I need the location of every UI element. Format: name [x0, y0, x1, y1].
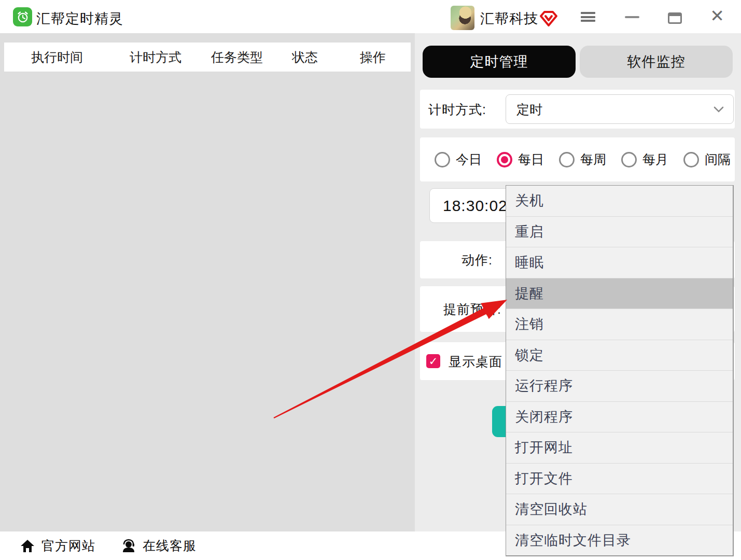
radio-monthly[interactable]: 每月: [621, 137, 668, 181]
alarm-clock-icon: [16, 10, 30, 24]
menu-button[interactable]: [581, 12, 595, 22]
brand-name: 汇帮科技: [480, 9, 538, 28]
table-header-row: 执行时间 计时方式 任务类型 状态 操作: [4, 43, 411, 72]
show-desktop-checkbox[interactable]: ✓: [426, 354, 440, 368]
dropdown-item-clear-temp-files[interactable]: 清空临时文件目录: [506, 525, 733, 556]
dropdown-item-shutdown[interactable]: 关机: [506, 186, 733, 216]
dropdown-item-open-file[interactable]: 打开文件: [506, 463, 733, 494]
radio-interval[interactable]: 间隔: [683, 137, 731, 181]
dropdown-item-lock[interactable]: 锁定: [506, 340, 733, 371]
close-button[interactable]: ✕: [708, 7, 726, 25]
dropdown-item-restart[interactable]: 重启: [506, 216, 733, 247]
radio-circle-icon: [559, 152, 575, 167]
show-desktop-label: 显示桌面: [449, 353, 502, 370]
maximize-button[interactable]: [668, 12, 682, 24]
radio-circle-icon: [683, 152, 699, 167]
avatar[interactable]: [451, 6, 474, 30]
radio-circle-icon: [621, 152, 637, 167]
column-header-exec-time: 执行时间: [31, 49, 83, 66]
timing-method-select[interactable]: 定时: [506, 94, 734, 124]
dropdown-item-run-program[interactable]: 运行程序: [506, 370, 733, 401]
column-header-timing-method: 计时方式: [130, 49, 181, 66]
action-label: 动作:: [420, 251, 493, 269]
chevron-down-icon: [714, 106, 724, 113]
app-title: 汇帮定时精灵: [36, 9, 123, 28]
schedule-frequency-group: 今日 每日 每周 每月 间隔: [420, 137, 735, 181]
radio-daily[interactable]: 每日: [497, 137, 544, 181]
headset-person-icon: [121, 539, 136, 553]
dropdown-item-empty-recycle-bin[interactable]: 清空回收站: [506, 494, 733, 525]
advance-warning-label: 提前预警:: [443, 301, 501, 318]
tab-software-monitor[interactable]: 软件监控: [580, 46, 733, 78]
column-header-status: 状态: [292, 49, 318, 66]
radio-today[interactable]: 今日: [435, 137, 482, 181]
dropdown-item-close-program[interactable]: 关闭程序: [506, 401, 733, 432]
home-icon: [20, 539, 35, 553]
dropdown-item-sleep[interactable]: 睡眠: [506, 247, 733, 278]
radio-circle-icon: [497, 152, 512, 167]
minimize-button[interactable]: [625, 16, 639, 18]
task-list-panel: 执行时间 计时方式 任务类型 状态 操作: [0, 33, 415, 531]
vip-gem-icon[interactable]: [539, 10, 558, 27]
dropdown-item-remind[interactable]: 提醒: [506, 278, 733, 309]
official-website-link[interactable]: 官方网站: [20, 531, 95, 560]
timing-method-label: 计时方式:: [428, 101, 486, 118]
timing-method-row: 计时方式: 定时: [420, 90, 735, 129]
timing-method-value: 定时: [516, 101, 542, 118]
online-support-link[interactable]: 在线客服: [121, 531, 197, 560]
dropdown-item-logoff[interactable]: 注销: [506, 309, 733, 340]
tab-timer-management[interactable]: 定时管理: [423, 46, 576, 78]
title-bar: 汇帮定时精灵 汇帮科技 ✕: [0, 0, 741, 33]
radio-weekly[interactable]: 每周: [559, 137, 606, 181]
dropdown-item-open-url[interactable]: 打开网址: [506, 432, 733, 463]
radio-circle-icon: [435, 152, 450, 167]
action-dropdown-menu: 关机 重启 睡眠 提醒 注销 锁定 运行程序 关闭程序 打开网址 打开文件 清空…: [506, 185, 734, 556]
time-value: 18:30:02: [443, 197, 508, 215]
app-logo-icon: [13, 7, 32, 26]
column-header-operation: 操作: [360, 49, 386, 66]
column-header-task-type: 任务类型: [211, 49, 263, 66]
